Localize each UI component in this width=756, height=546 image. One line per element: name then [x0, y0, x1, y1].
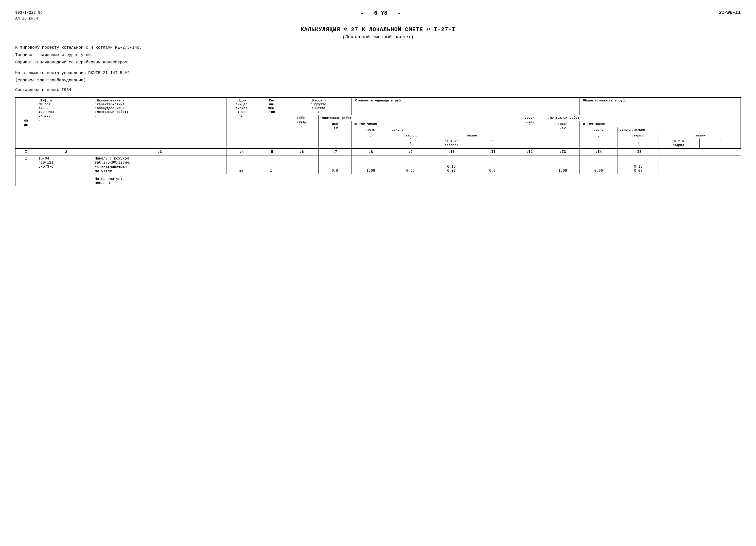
note-text: На панели уста-новлены: [93, 174, 659, 186]
idx-1: I [15, 148, 37, 155]
title-section: КАЛЬКУЛЯЦИЯ № 27 К ЛОКАЛЬНОЙ СМЕТЕ № I-2… [15, 27, 741, 40]
row1-netto: 6,8 [318, 155, 351, 174]
th-code: :Шифр и:№ поз.:УСН,:ценника:и др.: [37, 97, 93, 148]
idx-11: :II [472, 148, 513, 155]
main-title: КАЛЬКУЛЯЦИЯ № 27 К ЛОКАЛЬНОЙ СМЕТЕ № I-2… [15, 27, 741, 33]
table-header-row1: №№пп :Шифр и:№ поз.:УСН,:ценника:и др.: … [15, 97, 741, 115]
idx-9: :9 [390, 148, 431, 155]
doc-number-line2: Ал.I6 кн.4 [15, 16, 43, 22]
desc-line2: Топливо – каменные и бурые угли. [15, 51, 741, 59]
note-num [15, 174, 37, 186]
idx-4: :4 [226, 148, 257, 155]
idx-8: :8 [351, 148, 390, 155]
th-name: :Наименование и:характеристика:оборудова… [93, 97, 226, 148]
row1-name: Панель с кожухомгаб.275х90хI26мм,устанав… [93, 155, 226, 174]
idx-12: :I2 [513, 148, 546, 155]
th-vsego-unit: :все-:го: [318, 121, 351, 149]
idx-3: :3 [93, 148, 226, 155]
row1-obo: I,08 [351, 155, 390, 174]
idx-13: :I3 [546, 148, 579, 155]
th-mont-unit: :монтажных работ [318, 115, 513, 121]
th-intom-total: :в том числе [579, 121, 741, 127]
idx-14: :I4 [579, 148, 618, 155]
row1-mashin [513, 155, 546, 174]
desc-line1: К типовому проекту котельной с 4 котлами… [15, 44, 741, 51]
idx-2: :2 [37, 148, 93, 155]
th-obo-unit: :обо-:руд.: [285, 115, 318, 148]
th-vsego-total: :все-:го: [546, 121, 579, 149]
th-mass: :Масса,т: брутто: нетто: [285, 97, 351, 115]
composed-label: Составлена в ценах I984г. [15, 88, 741, 92]
row1-brutto [285, 155, 318, 174]
description-block: К типовому проекту котельной с 4 котлами… [15, 44, 741, 84]
desc-line5: (силовое электрооборудование) [15, 77, 741, 84]
page-number: 6 ¥8 [374, 10, 388, 16]
th-intom-unit: :в том числе [351, 121, 513, 127]
dash-left: - [361, 10, 364, 16]
idx-7: :7 [318, 148, 351, 155]
th-num: №№пп [15, 97, 37, 148]
idx-6: :6 [285, 148, 318, 155]
subtitle: (Локальный сметный расчет) [15, 34, 741, 40]
row1-obo2: I,08 [546, 155, 579, 174]
th-ekspl-unit-grp: :эксп. [390, 127, 513, 133]
th-zarpl-unit: :зарпл.:: [390, 133, 431, 149]
row1-vsego: 0,66 [390, 155, 431, 174]
row1-qty: I [257, 155, 285, 174]
idx-15: :I5 [618, 148, 659, 155]
th-ekspl-total-grp: :зарпл.:машин [618, 127, 741, 133]
table-row: I I5-04 пI8-I2I 8-573-6 Панель с кожухом… [15, 155, 741, 174]
idx-5: :5 [257, 148, 285, 155]
th-mont-total: :монтажных работ [546, 115, 741, 121]
dash-right: - [398, 10, 401, 16]
th-vtch-total: :в т.ч.:зарпл. [659, 138, 699, 149]
row1-code: I5-04 пI8-I2I 8-573-6 [37, 155, 93, 174]
th-vtch-unit2: : [472, 138, 513, 149]
table-row-note: На панели уста-новлены: [15, 174, 741, 186]
desc-line3: Вариант топливоподачи со скребковым конв… [15, 59, 741, 66]
header-center-group: - 6 ¥8 - [361, 10, 401, 16]
header-left: 903-I-223 86 Ал.I6 кн.4 [15, 10, 43, 22]
page-header: 903-I-223 86 Ал.I6 кн.4 - 6 ¥8 - 2I/95-1… [15, 10, 741, 22]
main-table-wrapper: №№пп :Шифр и:№ поз.:УСН,:ценника:и др.: … [15, 97, 741, 186]
doc-code: 2I/95-11 [719, 10, 741, 15]
th-vtch-unit: :в т.ч::зарпл: [431, 138, 472, 149]
main-table: №№пп :Шифр и:№ поз.:УСН,:ценника:и др.: … [15, 97, 741, 186]
idx-10: :I0 [431, 148, 472, 155]
th-qty: :Ко-:ли-:чес-:тво: [257, 97, 285, 148]
th-unit: :Еди-:ница::изме::ния: [226, 97, 257, 148]
row1-osn2: 0,I60,03 [618, 155, 659, 174]
doc-number-line1: 903-I-223 86 [15, 10, 43, 16]
th-total-cost: :Общая стоимость в руб. [579, 97, 741, 115]
th-vtch-total2: : [700, 138, 741, 149]
th-osn-unit: :осн.:: [351, 127, 390, 149]
th-osn-total: :осн.:: [579, 127, 618, 149]
row1-vsego2: 0,66 [579, 155, 618, 174]
table-index-row: I :2 :3 :4 :5 :6 :7 :8 :9 :I0 :II :I2 :I… [15, 148, 741, 155]
row1-osn: 0,I60,03 [431, 155, 472, 174]
desc-line4: На стоимость поста управления ПКУI5-2I.I… [15, 69, 741, 77]
th-mashin-total-grp: :машин [659, 133, 741, 138]
th-zarpl-total: :зарпл.:: [618, 133, 659, 149]
th-unit-cost: :Стоимость единицы в руб. [351, 97, 579, 115]
row1-zarpl: 6,8 [472, 155, 513, 174]
note-code [37, 174, 93, 186]
th-mashin-unit-grp: :машин: [431, 133, 513, 138]
th-obo-total: :ооо-:руд.: [513, 115, 546, 148]
row1-unit: шт [226, 155, 257, 174]
row1-num: I [15, 155, 37, 174]
